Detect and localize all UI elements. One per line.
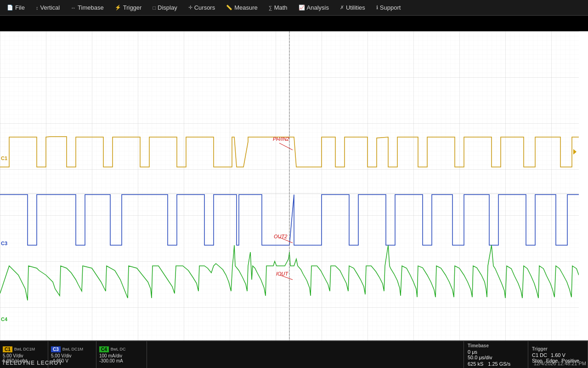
vertical-icon: ↕ (36, 5, 39, 11)
menu-measure[interactable]: 📏 Measure (221, 2, 263, 13)
status-spacer (147, 341, 464, 368)
timebase-section: Timebase 0 μs 50.0 μs/div 625 kS 1.25 GS… (464, 341, 528, 368)
menubar: 📄 File ↕ Vertical ↔ Timebase ⚡ Trigger □… (0, 0, 588, 16)
menu-math[interactable]: ∑ Math (264, 2, 293, 13)
c4-voffset: -300.00 mA (99, 358, 144, 363)
datetime: 12/4/2020 12:48:21 PM (534, 361, 586, 366)
c3-badge-row: C3 BwL DC1M (51, 346, 93, 352)
timebase-value1: 0 μs (468, 349, 492, 355)
trigger-source: C1 DC (532, 352, 547, 358)
c1-badge: C1 (3, 346, 12, 352)
menu-file[interactable]: 📄 File (2, 2, 30, 13)
math-icon: ∑ (269, 5, 272, 11)
waveform-display (0, 31, 579, 356)
c4-info: C4 BwL DC 100 mA/div -300.00 mA (96, 341, 147, 368)
menu-timebase[interactable]: ↔ Timebase (66, 2, 109, 13)
menu-display[interactable]: □ Display (147, 2, 182, 13)
timebase-ks: 625 kS (468, 361, 483, 367)
c3-bw: BwL DC1M (62, 347, 83, 351)
c4-bw: BwL DC (111, 347, 126, 351)
file-icon: 📄 (7, 5, 13, 11)
c3-label: C3 (1, 241, 7, 246)
analysis-icon: 📈 (299, 5, 305, 11)
trigger-label: Trigger (532, 346, 584, 351)
c1-label: C1 (1, 155, 7, 161)
c4-badge: C4 (99, 346, 109, 352)
c3-badge: C3 (51, 346, 61, 352)
c4-badge-row: C4 BwL DC (99, 346, 144, 352)
utilities-icon: ✗ (340, 5, 344, 11)
status-bar: C1 BwL DC1M 5.00 V/div 5.050 V ofst C3 B… (0, 340, 588, 368)
ph-in2-label: PH/IN2 (273, 136, 289, 142)
timebase-icon: ↔ (71, 5, 76, 11)
scope-area: C1 C3 C4 PH/IN2 OUT2 IOUT (0, 31, 588, 356)
iout-label: IOUT (276, 271, 288, 276)
c4-label: C4 (1, 316, 7, 322)
measure-icon: 📏 (226, 5, 232, 11)
c1-badge-row: C1 BwL DC1M (3, 346, 45, 352)
c1-vdiv: 5.00 V/div (3, 353, 45, 358)
trigger-icon: ⚡ (115, 5, 121, 11)
menu-vertical[interactable]: ↕ Vertical (31, 2, 65, 13)
cursors-icon: ✛ (188, 5, 192, 11)
c3-vdiv: 5.00 V/div (51, 353, 93, 358)
branding: TELEDYNE LECROY (2, 360, 62, 366)
menu-cursors[interactable]: ✛ Cursors (183, 2, 220, 13)
timebase-gs: 1.25 GS/s (488, 361, 510, 367)
menu-analysis[interactable]: 📈 Analysis (294, 2, 334, 13)
timebase-label: Timebase (468, 343, 492, 348)
out2-label: OUT2 (274, 234, 287, 239)
support-icon: ℹ (376, 5, 378, 11)
display-icon: □ (153, 5, 156, 11)
menu-utilities[interactable]: ✗ Utilities (335, 2, 370, 13)
menu-support[interactable]: ℹ Support (371, 2, 406, 13)
c4-vdiv: 100 mA/div (99, 353, 144, 358)
timebase-value2: 50.0 μs/div (468, 355, 492, 360)
trigger-level: 1.60 V (551, 352, 565, 358)
menu-trigger[interactable]: ⚡ Trigger (110, 2, 147, 13)
c1-bw: BwL DC1M (14, 347, 35, 351)
